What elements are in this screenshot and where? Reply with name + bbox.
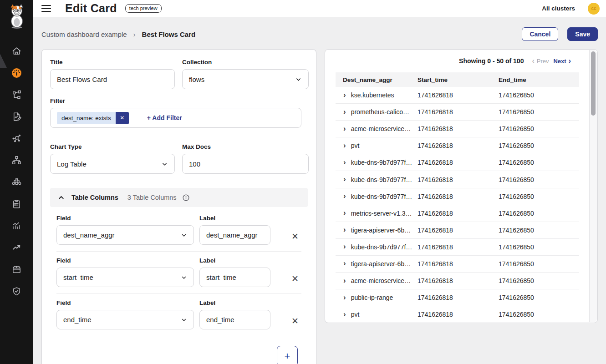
row-expand-icon[interactable]: › [343,159,346,166]
label-input[interactable] [199,225,270,245]
field-select[interactable]: end_time [56,310,194,329]
chevron-up-icon [57,194,65,202]
row-expand-icon[interactable]: › [343,91,346,99]
table-row[interactable]: › kse.kubernetes 1741626818 1741626850 [336,87,579,104]
table-row[interactable]: › tigera-apiserver-6b… 1741626818 174162… [336,256,579,273]
row-expand-icon[interactable]: › [343,176,346,183]
column-header-dest-name-aggr: Dest_name_aggr [336,76,418,83]
collapse-section-button[interactable] [57,194,65,202]
info-icon[interactable] [182,194,190,202]
max-docs-label: Max Docs [182,143,309,150]
table-row[interactable]: › kube-dns-9b7d977f… 1741626818 17416268… [336,171,579,188]
menu-toggle-button[interactable] [41,4,52,13]
chevron-down-icon [295,76,302,83]
cell-end-time: 1741626850 [499,159,579,166]
row-expand-icon[interactable]: › [343,209,346,217]
table-column-row: Field dest_name_aggr Label [56,209,301,251]
showing-text: Showing 0 - 50 of 100 [459,57,524,65]
sidebar-item-packages[interactable] [0,258,33,280]
remove-column-button[interactable]: ✕ [291,317,299,325]
table-row[interactable]: › acme-microservice… 1741626818 17416268… [336,273,579,289]
field-label: Field [56,299,194,306]
table-row[interactable]: › kube-dns-9b7d977f… 1741626818 17416268… [336,154,579,171]
remove-column-button[interactable]: ✕ [291,232,299,241]
cell-start-time: 1741626818 [418,277,499,284]
cell-end-time: 1741626850 [499,311,579,318]
row-expand-icon[interactable]: › [343,142,346,149]
table-row[interactable]: › metrics-server-v1.3… 1741626818 174162… [336,205,579,222]
sidebar-item-network-topology[interactable] [0,84,33,106]
row-expand-icon[interactable]: › [343,277,346,284]
table-columns-header[interactable]: Table Columns 3 Table Columns [50,188,308,207]
network-topology-icon [11,90,22,100]
user-avatar[interactable]: cc [588,3,600,15]
row-expand-icon[interactable]: › [343,108,346,116]
field-select[interactable]: start_time [56,268,194,287]
shield-check-icon [11,286,22,297]
sidebar-item-trends[interactable] [0,237,33,258]
label-input[interactable] [199,310,270,329]
row-expand-icon[interactable]: › [343,226,346,233]
table-row[interactable]: › pvt 1741626818 1741626850 [336,306,579,323]
table-row[interactable]: › kube-dns-9b7d977f… 1741626818 17416268… [336,188,579,205]
add-filter-button[interactable]: + Add Filter [147,114,182,121]
sidebar-item-compliance[interactable] [0,193,33,215]
cell-end-time: 1741626850 [499,142,579,149]
field-label: Field [56,257,194,264]
max-docs-input[interactable] [182,154,309,174]
cell-dest-name-aggr: kube-dns-9b7d977f… [351,243,412,251]
calico-cat-logo[interactable] [0,0,33,33]
sidebar-item-logs[interactable] [0,106,33,127]
clipboard-list-icon [11,199,22,209]
cell-start-time: 1741626818 [418,159,499,166]
row-expand-icon[interactable]: › [343,311,346,318]
cell-dest-name-aggr: acme-microservice… [351,125,411,132]
cell-start-time: 1741626818 [418,227,499,234]
sidebar-item-service-graph[interactable] [0,127,33,149]
row-expand-icon[interactable]: › [343,192,346,200]
chart-type-select[interactable]: Log Table [50,154,175,174]
sidebar-item-home[interactable] [0,40,33,62]
row-expand-icon[interactable]: › [343,243,346,250]
cancel-button[interactable]: Cancel [522,27,558,41]
row-expand-icon[interactable]: › [343,260,346,267]
preview-scrollbar-thumb[interactable] [591,51,596,116]
edit-card-form-panel: Title Collection flows Filter [41,49,316,364]
next-page-button[interactable]: Next › [553,57,571,65]
save-button[interactable]: Save [567,27,598,41]
sidebar-item-clusters[interactable] [0,171,33,193]
chart-metrics-icon [11,221,22,231]
pagination: Showing 0 - 50 of 100 ‹ Prev Next › [325,50,597,72]
chevron-down-icon [181,232,187,238]
breadcrumb-parent[interactable]: Custom dashboard example [41,30,127,38]
calico-cat-logo-icon [7,3,26,30]
sidebar-item-sitemap[interactable] [0,149,33,171]
preview-table-header: Dest_name_aggr Start_time End_time [336,72,579,87]
remove-column-button[interactable]: ✕ [291,274,299,283]
add-column-button[interactable]: + [277,346,298,364]
filter-chip-text: dest_name: exists [57,112,116,124]
cell-start-time: 1741626818 [418,294,499,301]
prev-page-button[interactable]: ‹ Prev [532,57,549,65]
table-row[interactable]: › prometheus-calico… 1741626818 17416268… [336,104,579,121]
table-row[interactable]: › acme-microservice… 1741626818 17416268… [336,121,579,137]
table-row[interactable]: › kube-dns-9b7d977f… 1741626818 17416268… [336,239,579,256]
sidebar-item-security[interactable] [0,280,33,302]
collection-select[interactable]: flows [182,69,309,89]
cluster-selector[interactable]: All clusters [542,5,575,12]
chart-type-label: Chart Type [50,143,175,150]
table-row[interactable]: › tigera-apiserver-6b… 1741626818 174162… [336,222,579,239]
label-input[interactable] [199,268,270,287]
row-expand-icon[interactable]: › [343,294,346,301]
field-select[interactable]: dest_name_aggr [56,225,194,245]
title-input[interactable] [50,69,175,89]
sidebar-item-analytics[interactable] [0,215,33,237]
table-row[interactable]: › public-ip-range 1741626818 1741626850 [336,289,579,306]
preview-scrollbar[interactable] [589,50,597,322]
cell-dest-name-aggr: kube-dns-9b7d977f… [351,176,412,183]
filter-box[interactable]: dest_name: exists ✕ + Add Filter [50,108,301,128]
table-row[interactable]: › pvt 1741626818 1741626850 [336,137,579,154]
filter-chip-remove-button[interactable]: ✕ [116,112,129,124]
row-expand-icon[interactable]: › [343,125,346,132]
title-label: Title [50,59,175,66]
